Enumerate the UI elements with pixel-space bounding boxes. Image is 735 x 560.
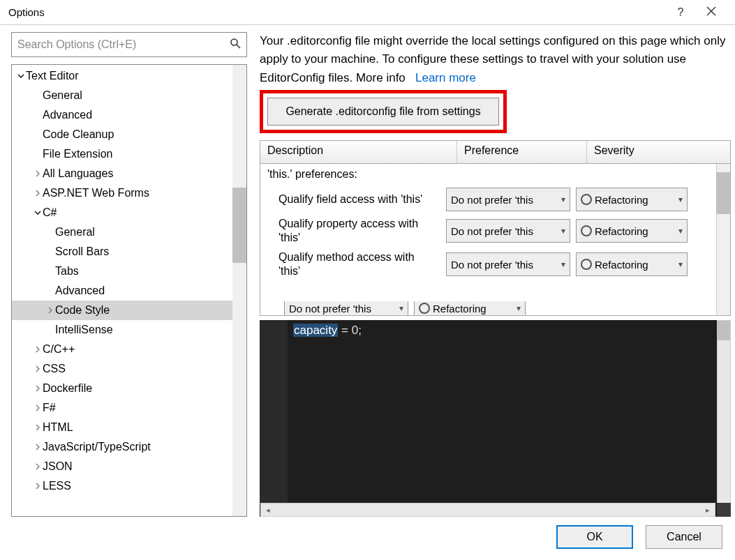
chevron-down-icon: ▾ — [561, 195, 565, 204]
severity-circle-icon — [581, 194, 592, 205]
code-body: capacity = 0; — [288, 320, 717, 517]
table-row: Qualify method access with 'this'Do not … — [260, 248, 730, 281]
rule-description: Qualify property access with 'this' — [279, 217, 440, 245]
tree-cs-general[interactable]: General — [12, 222, 232, 242]
left-pane: Text Editor General Advanced Code Cleanu… — [11, 32, 247, 517]
right-pane: Your .editorconfig file might override t… — [260, 32, 731, 517]
window-title: Options — [8, 6, 665, 18]
chevron-down-icon: ▾ — [399, 303, 403, 313]
tree-dockerfile[interactable]: Dockerfile — [12, 379, 232, 398]
generate-highlight: Generate .editorconfig file from setting… — [260, 90, 507, 133]
svg-line-1 — [237, 45, 240, 48]
tree-csharp[interactable]: C# — [12, 203, 232, 222]
search-box[interactable] — [11, 32, 247, 57]
intro-text: Your .editorconfig file might override t… — [260, 32, 731, 87]
severity-dropdown[interactable]: Refactoring▾ — [576, 219, 688, 243]
severity-circle-icon — [419, 303, 430, 314]
generate-editorconfig-button[interactable]: Generate .editorconfig file from setting… — [267, 98, 499, 126]
col-severity[interactable]: Severity — [587, 141, 730, 163]
learn-more-link[interactable]: Learn more — [415, 71, 476, 84]
preference-dropdown[interactable]: Do not prefer 'this▾ — [446, 252, 570, 276]
search-icon[interactable] — [224, 38, 246, 52]
search-input[interactable] — [12, 38, 224, 51]
severity-circle-icon — [581, 225, 592, 236]
col-description[interactable]: Description — [260, 141, 457, 163]
code-rest: = 0; — [338, 324, 362, 337]
svg-point-0 — [231, 39, 237, 45]
tree-general[interactable]: General — [12, 86, 232, 105]
tree-code-cleanup[interactable]: Code Cleanup — [12, 125, 232, 144]
cancel-button[interactable]: Cancel — [646, 525, 722, 549]
tree-cs-codestyle[interactable]: Code Style — [12, 301, 232, 320]
grid-body: 'this.' preferences: Qualify field acces… — [260, 164, 731, 316]
help-icon[interactable]: ? — [665, 6, 696, 19]
close-icon[interactable] — [696, 6, 727, 19]
rule-description: Qualify field access with 'this' — [279, 192, 440, 206]
chevron-down-icon: ▾ — [678, 226, 683, 236]
severity-dropdown[interactable]: Refactoring▾ — [576, 252, 688, 276]
severity-circle-icon — [581, 259, 592, 270]
code-gutter — [260, 320, 288, 517]
code-preview: capacity = 0; ◂ ▸ — [260, 320, 731, 517]
code-horizontal-scrollbar[interactable]: ◂ ▸ — [260, 503, 715, 517]
code-corner — [717, 503, 731, 517]
chevron-down-icon: ▾ — [678, 259, 683, 269]
tree-html[interactable]: HTML — [12, 418, 232, 437]
title-bar: Options ? — [0, 0, 735, 25]
tree-advanced[interactable]: Advanced — [12, 105, 232, 125]
tree-scrollbar[interactable] — [232, 65, 246, 516]
table-row: Qualify property access with 'this'Do no… — [260, 214, 730, 248]
rule-description: Qualify method access with 'this' — [279, 250, 440, 278]
chevron-down-icon: ▾ — [517, 303, 521, 313]
col-preference[interactable]: Preference — [457, 141, 587, 163]
tree-cs-scrollbars[interactable]: Scroll Bars — [12, 242, 232, 262]
tree-fsharp[interactable]: F# — [12, 398, 232, 418]
scroll-right-icon[interactable]: ▸ — [701, 504, 715, 516]
table-row: Qualify field access with 'this'Do not p… — [260, 185, 730, 214]
tree-cs-tabs[interactable]: Tabs — [12, 262, 232, 281]
ok-button[interactable]: OK — [556, 525, 633, 549]
grid-scrollbar[interactable] — [716, 164, 730, 315]
chevron-down-icon: ▾ — [561, 259, 565, 269]
options-tree[interactable]: Text Editor General Advanced Code Cleanu… — [12, 65, 232, 516]
tree-jsts[interactable]: JavaScript/TypeScript — [12, 437, 232, 457]
severity-dropdown[interactable]: Refactoring▾ — [576, 188, 688, 211]
table-row: Do not prefer 'this▾ Refactoring▾ — [279, 301, 715, 315]
preference-dropdown[interactable]: Do not prefer 'this▾ — [284, 301, 408, 315]
preference-dropdown[interactable]: Do not prefer 'this▾ — [446, 188, 570, 211]
tree-cpp[interactable]: C/C++ — [12, 340, 232, 359]
preference-dropdown[interactable]: Do not prefer 'this▾ — [446, 219, 570, 243]
code-token: capacity — [293, 324, 338, 337]
grid-scroll-thumb[interactable] — [716, 172, 730, 214]
code-vertical-scrollbar[interactable] — [717, 320, 731, 517]
group-this-preferences: 'this.' preferences: — [260, 164, 730, 185]
grid-header: Description Preference Severity — [260, 140, 731, 164]
tree-file-extension[interactable]: File Extension — [12, 144, 232, 164]
severity-dropdown[interactable]: Refactoring▾ — [414, 301, 526, 315]
tree-text-editor[interactable]: Text Editor — [12, 66, 232, 86]
code-vscroll-thumb[interactable] — [718, 321, 730, 340]
tree-all-languages[interactable]: All Languages — [12, 164, 232, 183]
tree-cs-intellisense[interactable]: IntelliSense — [12, 320, 232, 340]
tree-panel: Text Editor General Advanced Code Cleanu… — [11, 64, 247, 517]
tree-json[interactable]: JSON — [12, 457, 232, 476]
rules-grid: Description Preference Severity 'this.' … — [260, 140, 731, 316]
dialog-footer: OK Cancel — [11, 517, 731, 550]
tree-less[interactable]: LESS — [12, 476, 232, 496]
tree-scroll-thumb[interactable] — [232, 188, 246, 263]
scroll-left-icon[interactable]: ◂ — [261, 504, 275, 516]
chevron-down-icon: ▾ — [561, 226, 565, 236]
chevron-down-icon: ▾ — [678, 195, 683, 204]
tree-css[interactable]: CSS — [12, 359, 232, 379]
tree-aspnet[interactable]: ASP.NET Web Forms — [12, 183, 232, 203]
tree-cs-advanced[interactable]: Advanced — [12, 281, 232, 301]
